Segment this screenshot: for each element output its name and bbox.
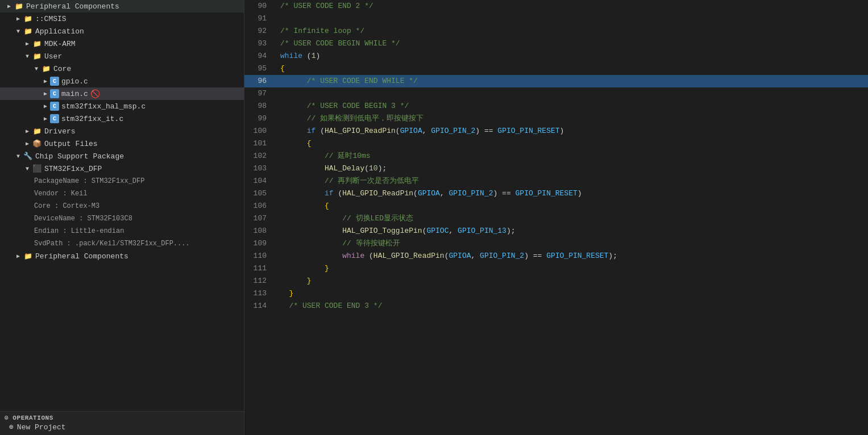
sidebar-item-hal-msp[interactable]: C stm32f1xx_hal_msp.c [0, 100, 244, 112]
box-icon: ⬛ [32, 164, 42, 174]
arrow-icon [14, 28, 23, 35]
code-content: HAL_GPIO_TogglePin(GPIOC, GPIO_PIN_13); [276, 225, 516, 237]
code-line-96: 96 /* USER CODE END WHILE */ [244, 75, 868, 87]
sidebar-item-peripheral-bottom[interactable]: 📁 Peripheral Components [0, 250, 244, 262]
code-line-103: 103 HAL_Delay(10); [244, 162, 868, 175]
sidebar-item-label: main.c [61, 90, 88, 98]
code-line-110: 110 while (HAL_GPIO_ReadPin(GPIOA, GPIO_… [244, 250, 868, 262]
line-number: 90 [244, 0, 276, 12]
sidebar-item-label: User [44, 52, 62, 61]
code-content: /* USER CODE END 3 */ [276, 300, 382, 312]
arrow-icon [14, 153, 23, 160]
sidebar-item-main-c[interactable]: C main.c 🚫 [0, 87, 244, 100]
pkg-name-info: PackageName : STM32F1xx_DFP [0, 175, 244, 187]
sidebar-item-hal-it[interactable]: C stm32f1xx_it.c [0, 112, 244, 125]
sidebar-item-label: Peripheral Components [26, 2, 119, 11]
core-info: Core : Cortex-M3 [0, 200, 244, 212]
new-project-label: New Project [17, 423, 66, 432]
code-content: /* USER CODE BEGIN WHILE */ [276, 37, 400, 50]
line-number: 92 [244, 25, 276, 37]
vendor-info: Vendor : Keil [0, 187, 244, 200]
arrow-icon [23, 53, 32, 60]
line-number: 100 [244, 125, 276, 137]
code-line-97: 97 [244, 87, 868, 100]
c-file-icon: C [50, 77, 59, 86]
line-number: 91 [244, 12, 276, 25]
sidebar-item-label: Application [35, 27, 84, 36]
code-line-105: 105 if (HAL_GPIO_ReadPin(GPIOA, GPIO_PIN… [244, 187, 868, 200]
code-content: } [276, 262, 329, 275]
code-line-101: 101 { [244, 137, 868, 150]
c-file-icon: C [50, 114, 59, 123]
code-line-104: 104 // 再判断一次是否为低电平 [244, 175, 868, 187]
sidebar-item-label: Peripheral Components [35, 252, 128, 261]
code-content: // 等待按键松开 [276, 237, 400, 250]
folder-icon: 📁 [32, 126, 42, 136]
code-content: if (HAL_GPIO_ReadPin(GPIOA, GPIO_PIN_2) … [276, 187, 582, 200]
line-number: 113 [244, 287, 276, 300]
c-file-icon: C [50, 89, 59, 98]
code-line-112: 112 } [244, 275, 868, 287]
sidebar-item-cmsis[interactable]: 📁 ::CMSIS [0, 12, 244, 25]
sidebar-item-gpio-c[interactable]: C gpio.c [0, 75, 244, 87]
line-number: 108 [244, 225, 276, 237]
code-line-107: 107 // 切换LED显示状态 [244, 212, 868, 225]
sidebar-item-peripheral-top[interactable]: 📁 Peripheral Components [0, 0, 244, 12]
line-number: 98 [244, 100, 276, 112]
folder-icon: 📁 [32, 51, 42, 61]
sidebar-item-application[interactable]: 📁 Application [0, 25, 244, 37]
code-line-94: 94 while (1) [244, 50, 868, 62]
sidebar-item-label: stm32f1xx_hal_msp.c [61, 102, 146, 111]
sidebar-item-output-files[interactable]: 📦 Output Files [0, 137, 244, 150]
code-content: HAL_Delay(10); [276, 162, 387, 175]
error-badge: 🚫 [90, 89, 100, 99]
code-line-109: 109 // 等待按键松开 [244, 237, 868, 250]
sidebar-item-stm32-dfp[interactable]: ⬛ STM32F1xx_DFP [0, 162, 244, 175]
code-content: /* USER CODE END WHILE */ [276, 75, 418, 87]
arrow-icon [41, 115, 50, 122]
arrow-icon [23, 40, 32, 47]
code-line-90: 90 /* USER CODE END 2 */ [244, 0, 868, 12]
arrow-icon [41, 103, 50, 110]
code-line-113: 113 } [244, 287, 868, 300]
sidebar-item-label: Chip Support Package [35, 152, 124, 161]
code-line-91: 91 [244, 12, 868, 25]
endian-info: Endian : Little-endian [0, 225, 244, 237]
line-number: 114 [244, 300, 276, 312]
folder-icon: 📁 [41, 64, 51, 74]
sidebar-item-label: Core [53, 65, 71, 73]
sidebar-item-core[interactable]: 📁 Core [0, 62, 244, 75]
code-content: while (1) [276, 50, 320, 62]
code-content: { [276, 137, 312, 150]
sidebar-item-drivers[interactable]: 📁 Drivers [0, 125, 244, 137]
code-editor[interactable]: 90 /* USER CODE END 2 */ 91 92 /* Infini… [244, 0, 868, 435]
code-line-98: 98 /* USER CODE BEGIN 3 */ [244, 100, 868, 112]
line-number: 99 [244, 112, 276, 125]
line-number: 95 [244, 62, 276, 75]
line-number: 109 [244, 237, 276, 250]
code-line-99: 99 // 如果检测到低电平，即按键按下 [244, 112, 868, 125]
line-number: 94 [244, 50, 276, 62]
code-content: } [276, 287, 293, 300]
sidebar-item-label: Drivers [44, 127, 76, 136]
sidebar-item-chip-support[interactable]: 🔧 Chip Support Package [0, 150, 244, 162]
chip-icon: 🔧 [23, 151, 33, 161]
sidebar-item-label: ::CMSIS [35, 15, 67, 23]
code-content: /* Infinite loop */ [276, 25, 364, 37]
code-line-114: 114 /* USER CODE END 3 */ [244, 300, 868, 312]
line-number: 107 [244, 212, 276, 225]
code-content: // 切换LED显示状态 [276, 212, 413, 225]
sidebar-item-user[interactable]: 📁 User [0, 50, 244, 62]
new-project-item[interactable]: ⊕ New Project [5, 421, 239, 433]
new-project-icon: ⊕ [9, 423, 14, 432]
arrow-icon [5, 3, 14, 10]
folder-icon: 📁 [23, 251, 33, 261]
arrow-icon [23, 140, 32, 147]
line-number: 93 [244, 37, 276, 50]
line-number: 106 [244, 200, 276, 212]
code-content: while (HAL_GPIO_ReadPin(GPIOA, GPIO_PIN_… [276, 250, 617, 262]
sidebar-item-label: Output Files [44, 140, 98, 148]
code-line-95: 95 { [244, 62, 868, 75]
sidebar-item-mdk-arm[interactable]: 📁 MDK-ARM [0, 37, 244, 50]
code-area: 90 /* USER CODE END 2 */ 91 92 /* Infini… [244, 0, 868, 435]
